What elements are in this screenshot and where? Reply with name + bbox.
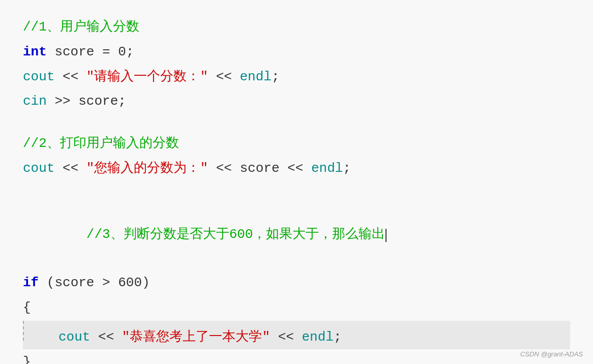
- semicolon-2: ;: [272, 65, 280, 89]
- keyword-cout-1: cout: [23, 65, 54, 89]
- semicolon-3: ;: [343, 157, 351, 180]
- comment-line-3: //3、判断分数是否大于600，如果大于，那么输出: [23, 199, 570, 270]
- op-lshift-6: <<: [90, 325, 122, 349]
- comment-text-3: //3、判断分数是否大于600，如果大于，那么输出: [23, 199, 387, 270]
- string-congrats: "恭喜您考上了一本大学": [122, 325, 270, 349]
- code-container: //1、用户输入分数 int score = 0; cout << "请输入一个…: [0, 0, 593, 364]
- code-block: //1、用户输入分数 int score = 0; cout << "请输入一个…: [23, 15, 570, 364]
- identifier-score-cin: score;: [78, 89, 126, 113]
- code-line-cout-1: cout << "请输入一个分数：" << endl;: [23, 65, 570, 89]
- code-line-brace-close: }: [23, 350, 570, 364]
- op-lshift-2: <<: [208, 65, 240, 89]
- op-lshift-3: <<: [54, 157, 86, 180]
- empty-line-1: [23, 114, 570, 130]
- op-lshift-5: <<: [280, 157, 311, 180]
- comment-text-1: //1、用户输入分数: [23, 15, 139, 39]
- code-line-int: int score = 0;: [23, 40, 570, 64]
- keyword-cout-3: cout: [58, 325, 90, 349]
- code-line-cout-3: cout << "恭喜您考上了一本大学" << endl;: [23, 321, 570, 349]
- text-cursor: [386, 229, 387, 242]
- keyword-if: if: [23, 271, 39, 295]
- string-prompt-2: "您输入的分数为：": [86, 157, 208, 180]
- string-prompt-1: "请输入一个分数：": [86, 65, 208, 89]
- comment-line-2: //2、打印用户输入的分数: [23, 132, 570, 156]
- code-line-cin: cin >> score;: [23, 89, 570, 113]
- watermark: CSDN @grant-ADAS: [520, 350, 583, 358]
- code-line-brace-open: {: [23, 296, 570, 320]
- keyword-cout-2: cout: [23, 157, 54, 180]
- semicolon-4: ;: [334, 325, 342, 349]
- comment-text-2: //2、打印用户输入的分数: [23, 132, 179, 156]
- keyword-endl-3: endl: [302, 325, 333, 349]
- keyword-endl-1: endl: [240, 65, 271, 89]
- op-lshift-4: <<: [208, 157, 240, 180]
- keyword-cin: cin: [23, 89, 47, 113]
- identifier-if-cond: (score >: [39, 271, 118, 295]
- keyword-int: int: [23, 40, 47, 64]
- number-600: 600: [118, 271, 142, 295]
- number-0: 0: [118, 40, 126, 64]
- op-lshift-7: <<: [270, 325, 302, 349]
- empty-line-2: [23, 181, 570, 197]
- identifier-score-print: score: [240, 157, 279, 180]
- identifier-paren-close: ): [142, 271, 150, 295]
- code-line-cout-2: cout << "您输入的分数为：" << score << endl;: [23, 157, 570, 180]
- op-lshift-1: <<: [54, 65, 86, 89]
- identifier-score-decl: score =: [47, 40, 118, 64]
- code-line-if: if (score > 600): [23, 271, 570, 295]
- comment-line-1: //1、用户输入分数: [23, 15, 570, 39]
- brace-open: {: [23, 296, 31, 320]
- brace-close: }: [23, 350, 31, 364]
- semicolon-1: ;: [126, 40, 134, 64]
- keyword-endl-2: endl: [311, 157, 343, 180]
- op-rshift: >>: [47, 89, 78, 113]
